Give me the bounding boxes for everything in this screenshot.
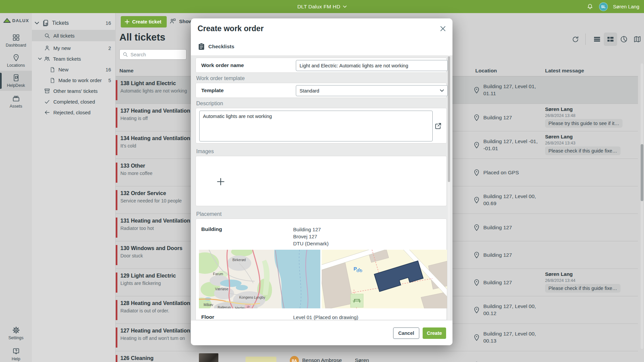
view-toolbar bbox=[569, 32, 644, 46]
ticket-subtitle: Radiator too hot bbox=[120, 226, 154, 231]
bell-icon[interactable] bbox=[586, 3, 594, 10]
create-ticket-label: Create ticket bbox=[132, 19, 161, 24]
sidebar-item-settings[interactable]: Settings bbox=[0, 323, 32, 343]
ticket-location: Building 127, Level 00, 00.13 bbox=[473, 324, 550, 351]
caret-down-icon bbox=[343, 5, 347, 8]
tree-item-completed-closed[interactable]: Completed, closed bbox=[32, 97, 116, 107]
ticket-title: 138 Light and Electric bbox=[120, 80, 176, 86]
modal-scrollbar[interactable] bbox=[448, 55, 450, 320]
tree-label: Made to work order bbox=[58, 77, 102, 83]
app-screen: DLT Dalux FM HD SL Søren Lang DALUX Dash… bbox=[0, 0, 644, 362]
create-ticket-button[interactable]: Create ticket bbox=[121, 16, 167, 27]
message-timestamp: 26/8/2024 13:44 bbox=[545, 278, 575, 283]
location-pin-icon bbox=[473, 279, 480, 286]
chevron-down-icon bbox=[35, 21, 39, 25]
location-text: Building 127, Level 00, 00.12 bbox=[483, 303, 545, 317]
ticket-title: 133 Other bbox=[120, 163, 145, 169]
nav-label: HelpDesk bbox=[7, 83, 25, 88]
main-scrollbar-thumb[interactable] bbox=[641, 144, 643, 201]
floor-value: Level 01 (Placed on drawing) bbox=[293, 314, 358, 321]
tree-label: Team tickets bbox=[53, 56, 81, 62]
map-label-ballerup: Ballerup bbox=[218, 305, 231, 308]
card-view-icon bbox=[606, 35, 614, 43]
modal-header: Create work order bbox=[191, 18, 452, 38]
nav-label: Help bbox=[12, 357, 20, 361]
message-bubble[interactable]: Please check if this guide fixe… bbox=[545, 146, 621, 155]
ticket-title: 128 Heating and Ventilation bbox=[120, 300, 190, 306]
time-view-button[interactable] bbox=[617, 33, 631, 46]
svg-text:P: P bbox=[354, 266, 357, 272]
message-bubble[interactable]: Please check if this guide fixe… bbox=[545, 284, 621, 293]
sidebar-item-dashboard[interactable]: Dashboard bbox=[0, 31, 32, 51]
location-pin-icon bbox=[473, 196, 480, 204]
cancel-button[interactable]: Cancel bbox=[393, 327, 419, 339]
sidebar-item-helpdesk[interactable]: HelpDesk bbox=[0, 71, 32, 91]
tree-item-team-tickets[interactable]: Team tickets bbox=[32, 54, 116, 64]
sidebar-item-help[interactable]: Help bbox=[0, 344, 32, 362]
refresh-button[interactable] bbox=[569, 33, 582, 46]
dalux-roof-icon bbox=[3, 17, 11, 24]
user-avatar[interactable]: SL bbox=[599, 2, 608, 11]
section-placement: Placement bbox=[196, 211, 222, 217]
tree-item-made-to-work-order[interactable]: Made to work order 5 bbox=[32, 75, 116, 85]
priority-bar bbox=[116, 218, 117, 238]
status-badge[interactable]: New bbox=[246, 357, 276, 362]
sidebar-item-locations[interactable]: Locations bbox=[0, 51, 32, 71]
search-input[interactable] bbox=[130, 52, 181, 57]
person-card-icon bbox=[169, 18, 176, 24]
site-plan-map[interactable]: P bbox=[322, 250, 447, 308]
tree-root-tickets[interactable]: Tickets 16 bbox=[32, 18, 116, 28]
map-view-button[interactable] bbox=[631, 33, 644, 46]
floor-label: Floor bbox=[201, 314, 214, 320]
search-icon bbox=[122, 52, 128, 57]
column-header-latest-message[interactable]: Latest message bbox=[545, 68, 584, 74]
description-textarea[interactable]: Automatic lights are not working bbox=[199, 111, 433, 141]
tree-label: Rejected, closed bbox=[53, 110, 91, 115]
section-images: Images bbox=[196, 148, 214, 155]
modal-scrollbar-thumb[interactable] bbox=[448, 56, 450, 182]
open-external-button[interactable] bbox=[433, 121, 443, 131]
table-view-icon bbox=[593, 35, 601, 43]
plus-icon bbox=[216, 177, 225, 186]
column-header-name[interactable]: Name bbox=[119, 68, 133, 74]
card-view-button[interactable] bbox=[604, 33, 617, 46]
template-select[interactable]: Standard bbox=[296, 85, 448, 96]
tree-item-my-new[interactable]: My new 2 bbox=[32, 43, 116, 53]
location-pin-icon bbox=[473, 251, 480, 259]
location-pin-icon bbox=[473, 86, 480, 94]
message-bubble[interactable]: Please try this guide to see if it… bbox=[545, 119, 623, 128]
ticket-location: Building 127 bbox=[473, 269, 550, 296]
building-value-line: Brovej 127 bbox=[293, 233, 317, 240]
tree-item-new[interactable]: New 16 bbox=[32, 64, 116, 75]
close-button[interactable] bbox=[438, 24, 447, 33]
nav-label: Assets bbox=[10, 104, 22, 109]
checklists-button[interactable]: Checklists bbox=[191, 38, 452, 55]
add-image-button[interactable] bbox=[213, 174, 228, 189]
column-header-location[interactable]: Location bbox=[475, 68, 497, 74]
work-order-name-input[interactable] bbox=[296, 60, 448, 71]
location-text: Building 127 bbox=[483, 224, 545, 231]
ticket-thumbnail[interactable] bbox=[199, 353, 218, 362]
overview-map[interactable]: Birkerød Farum Værløse Kongens Lyngby Må… bbox=[199, 250, 320, 308]
priority-bar bbox=[116, 190, 117, 210]
section-work-order-template: Work order template bbox=[196, 75, 245, 81]
priority-bar bbox=[116, 300, 117, 320]
latest-message-cell: Søren Lang 26/8/2024 13:43 Please check … bbox=[545, 131, 636, 159]
tree-item-other-teams-tickets[interactable]: Other teams' tickets bbox=[32, 86, 116, 96]
tree-item-rejected-closed[interactable]: Rejected, closed bbox=[32, 107, 116, 118]
responsible-name: Søren bbox=[355, 357, 369, 362]
ticket-location: Building 127, Level 00, 00.12 bbox=[473, 296, 550, 324]
main-scrollbar[interactable] bbox=[641, 63, 643, 349]
sidebar-item-assets[interactable]: Assets bbox=[0, 92, 32, 112]
table-view-button[interactable] bbox=[590, 33, 604, 46]
ticket-title: 130 Windows and Doors bbox=[120, 245, 182, 251]
ticket-location: Placed on GPS bbox=[473, 351, 550, 362]
table-row[interactable]: 126 Cleaning Placed on GPS New BA Benson… bbox=[116, 351, 638, 362]
dalux-logo[interactable]: DALUX bbox=[0, 17, 32, 24]
location-pin-icon bbox=[473, 141, 480, 149]
create-button[interactable]: Create bbox=[423, 327, 446, 339]
show-button[interactable]: Show bbox=[169, 18, 193, 24]
app-title-menu[interactable]: DLT Dalux FM HD bbox=[297, 4, 346, 10]
checklist-icon bbox=[198, 43, 205, 50]
tree-item-all-tickets[interactable]: All tickets bbox=[32, 30, 116, 41]
